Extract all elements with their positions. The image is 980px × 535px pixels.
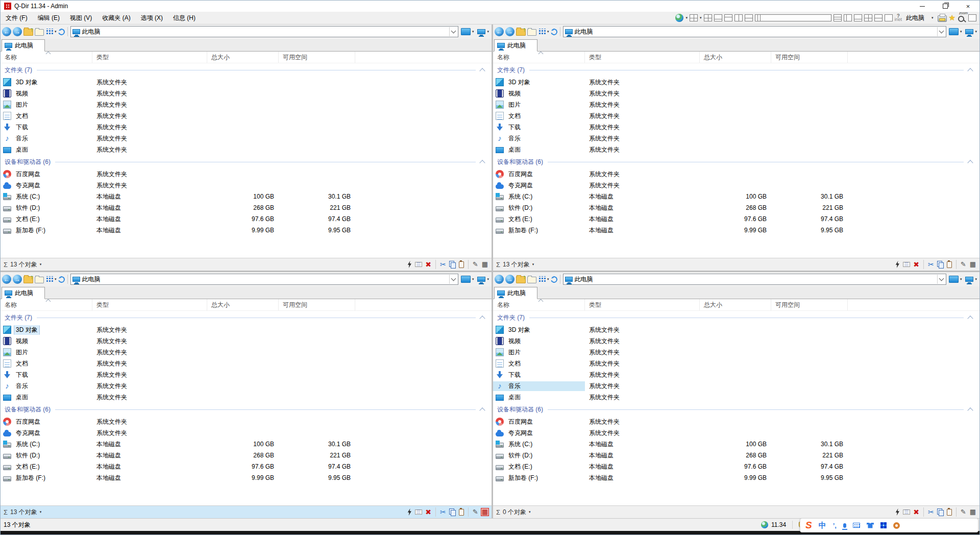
- refresh-button[interactable]: [57, 27, 65, 36]
- sogou-logo-icon[interactable]: S: [805, 520, 812, 531]
- delete-icon[interactable]: ✖: [425, 261, 431, 268]
- desktop-view-button[interactable]: ▾: [964, 276, 978, 282]
- delete-icon[interactable]: ✖: [913, 508, 919, 516]
- pane-object-count[interactable]: 13 个对象: [10, 508, 37, 517]
- item-name-cell[interactable]: 下载: [1, 123, 92, 132]
- tab-this-pc[interactable]: 此电脑: [2, 39, 45, 52]
- view-mode-button[interactable]: [45, 276, 53, 283]
- list-item[interactable]: 百度网盘系统文件夹: [1, 416, 492, 427]
- item-name-cell[interactable]: 新加卷 (F:): [1, 473, 92, 483]
- column-header[interactable]: 类型: [92, 52, 207, 63]
- printer-icon[interactable]: [938, 15, 947, 22]
- collapse-group-button[interactable]: [967, 407, 973, 413]
- list-item[interactable]: 系统 (C:)本地磁盘100 GB30.1 GB: [1, 439, 492, 450]
- menu-view[interactable]: 视图 (V): [65, 12, 97, 25]
- item-name-cell[interactable]: ♪音乐: [1, 134, 92, 143]
- paste-clipboard-icon[interactable]: [947, 261, 952, 268]
- globe-dropdown[interactable]: ▾: [685, 16, 688, 20]
- item-name-cell[interactable]: 桌面: [1, 393, 92, 402]
- copy-icon[interactable]: [449, 261, 456, 268]
- new-tab-button[interactable]: [35, 29, 44, 36]
- list-item[interactable]: 夸克网盘系统文件夹: [493, 180, 979, 191]
- refresh-button[interactable]: [549, 27, 558, 36]
- address-bar[interactable]: 此电脑: [70, 274, 458, 285]
- group-header[interactable]: 文件夹 (7): [493, 63, 979, 77]
- list-item[interactable]: 视频系统文件夹: [493, 335, 979, 347]
- layout-button-1[interactable]: [704, 14, 712, 21]
- back-button[interactable]: ←: [495, 275, 504, 284]
- list-item[interactable]: 下载系统文件夹: [493, 121, 979, 133]
- list-item[interactable]: 百度网盘系统文件夹: [493, 416, 979, 427]
- delete-icon[interactable]: ✖: [425, 508, 431, 516]
- item-name-cell[interactable]: 图片: [493, 100, 585, 110]
- list-item[interactable]: 系统 (C:)本地磁盘100 GB30.1 GB: [1, 191, 492, 202]
- list-item[interactable]: ♪音乐系统文件夹: [493, 380, 979, 392]
- item-name-cell[interactable]: 图片: [1, 100, 92, 110]
- up-button[interactable]: ↑: [23, 276, 33, 283]
- menu-edit[interactable]: 编辑 (E): [33, 12, 65, 25]
- item-name-cell[interactable]: 文档: [1, 359, 92, 369]
- list-item[interactable]: ♪音乐系统文件夹: [1, 380, 492, 392]
- item-name-cell[interactable]: 桌面: [493, 393, 585, 402]
- item-name-cell[interactable]: 桌面: [1, 145, 92, 155]
- layout-button-6[interactable]: [755, 14, 831, 21]
- menu-file[interactable]: 文件 (F): [1, 12, 33, 25]
- layout-button-10[interactable]: [864, 14, 872, 21]
- list-item[interactable]: 夸克网盘系统文件夹: [1, 180, 492, 191]
- column-header[interactable]: 名称: [1, 52, 92, 63]
- rename-pencil-icon[interactable]: ✎: [961, 261, 966, 268]
- pane-screen-button[interactable]: ▾: [460, 275, 475, 283]
- list-item[interactable]: 视频系统文件夹: [1, 88, 492, 99]
- forward-button[interactable]: →: [505, 27, 514, 36]
- item-name-cell[interactable]: 下载: [493, 123, 585, 132]
- address-dropdown-button[interactable]: [937, 27, 946, 36]
- list-item[interactable]: 下载系统文件夹: [493, 369, 979, 380]
- item-name-cell[interactable]: 下载: [493, 370, 585, 380]
- refresh-button[interactable]: [549, 275, 558, 283]
- back-button[interactable]: ←: [2, 27, 11, 36]
- column-header[interactable]: 总大小: [700, 52, 771, 63]
- paste-clipboard-icon[interactable]: [947, 509, 952, 516]
- item-name-cell[interactable]: 3D 对象: [1, 78, 92, 87]
- list-item[interactable]: 3D 对象系统文件夹: [493, 77, 979, 88]
- item-name-cell[interactable]: ♪音乐: [493, 381, 585, 391]
- list-item[interactable]: 桌面系统文件夹: [1, 392, 492, 403]
- item-name-cell[interactable]: 夸克网盘: [1, 428, 92, 438]
- layout-dropdown[interactable]: ▾: [700, 16, 702, 20]
- tab-this-pc[interactable]: 此电脑: [2, 287, 45, 299]
- up-button[interactable]: ↑: [516, 29, 526, 36]
- list-item[interactable]: 下载系统文件夹: [1, 369, 492, 380]
- layout-button-7[interactable]: [834, 14, 842, 21]
- chevron-down-icon[interactable]: ▾: [529, 510, 531, 514]
- flash-icon[interactable]: [407, 261, 412, 268]
- list-item[interactable]: 图片系统文件夹: [1, 347, 492, 358]
- list-item[interactable]: 夸克网盘系统文件夹: [1, 427, 492, 439]
- note-icon[interactable]: [415, 262, 422, 267]
- view-mode-dropdown[interactable]: ▾: [547, 277, 549, 281]
- column-header[interactable]: 类型: [585, 299, 700, 310]
- cut-scissors-icon[interactable]: ✂: [928, 508, 934, 516]
- layout-button-single[interactable]: [885, 14, 893, 21]
- column-header[interactable]: 可用空间: [279, 299, 355, 310]
- copy-icon[interactable]: [937, 508, 944, 516]
- column-header[interactable]: 总大小: [207, 299, 279, 310]
- list-item[interactable]: 百度网盘系统文件夹: [1, 168, 492, 180]
- layout-button-11[interactable]: [874, 14, 883, 21]
- view-mode-button[interactable]: [538, 276, 546, 283]
- item-name-cell[interactable]: 文档 (E:): [1, 214, 92, 224]
- address-bar[interactable]: 此电脑: [563, 274, 946, 285]
- menu-options[interactable]: 选项 (X): [136, 12, 168, 25]
- item-name-cell[interactable]: 夸克网盘: [493, 428, 585, 438]
- item-name-cell[interactable]: 3D 对象: [493, 325, 585, 335]
- pane-screen-button[interactable]: ▾: [948, 28, 963, 36]
- refresh-button[interactable]: [57, 275, 65, 283]
- back-button[interactable]: ←: [2, 275, 11, 284]
- item-name-cell[interactable]: 系统 (C:): [1, 192, 92, 202]
- view-mode-dropdown[interactable]: ▾: [55, 277, 57, 281]
- item-name-cell[interactable]: 视频: [493, 336, 585, 346]
- list-item[interactable]: 文档 (E:)本地磁盘97.6 GB97.4 GB: [493, 213, 979, 225]
- close-button[interactable]: ×: [957, 1, 979, 12]
- quick-location-dropdown[interactable]: 此电脑 ▾: [904, 13, 936, 23]
- copy-icon[interactable]: [937, 261, 944, 268]
- list-item[interactable]: 图片系统文件夹: [493, 99, 979, 110]
